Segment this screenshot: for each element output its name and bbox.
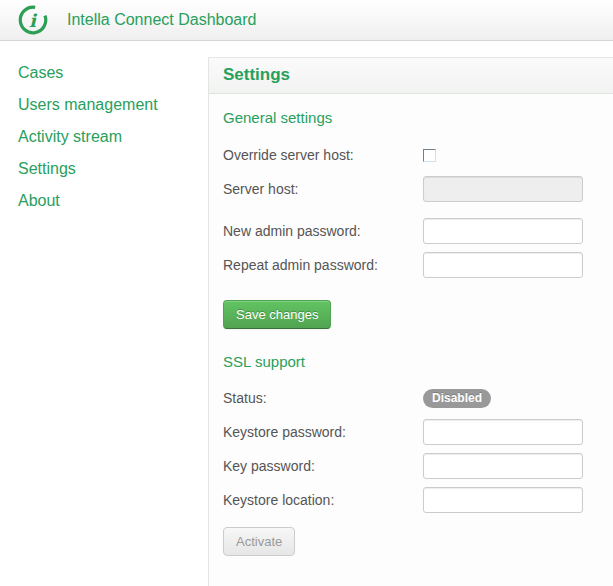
server-host-input	[423, 176, 583, 202]
activate-button: Activate	[223, 527, 295, 556]
new-admin-password-label: New admin password:	[223, 223, 423, 239]
sidebar-item-settings[interactable]: Settings	[18, 159, 208, 179]
new-admin-password-row: New admin password:	[223, 218, 599, 244]
svg-text:i: i	[29, 10, 38, 31]
keystore-password-label: Keystore password:	[223, 424, 423, 440]
sidebar-nav: Cases Users management Activity stream S…	[0, 41, 208, 586]
sidebar-item-cases[interactable]: Cases	[18, 63, 208, 83]
settings-panel: Settings General settings Override serve…	[208, 57, 613, 586]
new-admin-password-input[interactable]	[423, 218, 583, 244]
ssl-status-badge: Disabled	[423, 389, 491, 408]
sidebar-item-about[interactable]: About	[18, 191, 208, 211]
sidebar-item-users-management[interactable]: Users management	[18, 95, 208, 115]
general-settings-heading: General settings	[223, 109, 599, 126]
key-password-row: Key password:	[223, 453, 599, 479]
sidebar-item-activity-stream[interactable]: Activity stream	[18, 127, 208, 147]
panel-header: Settings	[209, 58, 613, 94]
keystore-password-row: Keystore password:	[223, 419, 599, 445]
server-host-row: Server host:	[223, 176, 599, 202]
keystore-location-row: Keystore location:	[223, 487, 599, 513]
ssl-status-row: Status: Disabled	[223, 385, 599, 411]
ssl-support-heading: SSL support	[223, 353, 599, 370]
server-host-label: Server host:	[223, 181, 423, 197]
panel-body: General settings Override server host: S…	[209, 109, 613, 556]
keystore-location-input[interactable]	[423, 487, 583, 513]
repeat-admin-password-input[interactable]	[423, 252, 583, 278]
repeat-admin-password-row: Repeat admin password:	[223, 252, 599, 278]
top-header: i Intella Connect Dashboard	[0, 0, 613, 41]
keystore-password-input[interactable]	[423, 419, 583, 445]
override-server-host-label: Override server host:	[223, 147, 423, 163]
override-server-host-checkbox[interactable]	[423, 149, 436, 162]
ssl-status-label: Status:	[223, 390, 423, 406]
override-server-host-row: Override server host:	[223, 142, 599, 168]
page-title: Settings	[223, 65, 290, 84]
key-password-input[interactable]	[423, 453, 583, 479]
brand-link[interactable]: i Intella Connect Dashboard	[16, 4, 256, 37]
intella-logo-icon: i	[16, 3, 50, 37]
repeat-admin-password-label: Repeat admin password:	[223, 257, 423, 273]
brand-title: Intella Connect Dashboard	[67, 11, 256, 29]
keystore-location-label: Keystore location:	[223, 492, 423, 508]
save-changes-button[interactable]: Save changes	[223, 300, 331, 329]
key-password-label: Key password:	[223, 458, 423, 474]
